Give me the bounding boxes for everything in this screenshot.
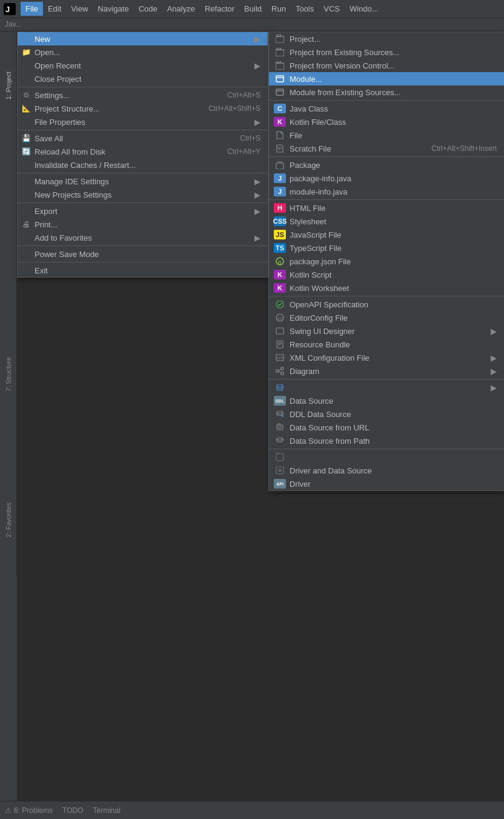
resource-bundle-icon bbox=[274, 339, 286, 349]
kotlin-class-icon: K bbox=[274, 117, 286, 127]
svg-rect-25 bbox=[281, 367, 284, 370]
menu-run[interactable]: Run bbox=[267, 2, 291, 16]
menu-item-open[interactable]: 📁 Open... bbox=[18, 45, 268, 59]
http-request-icon: API bbox=[274, 479, 286, 489]
menu-item-close-project[interactable]: Close Project bbox=[18, 72, 268, 85]
submenu-item-driver-datasource[interactable] bbox=[269, 450, 504, 464]
svg-rect-4 bbox=[276, 50, 284, 56]
menu-file[interactable]: File bbox=[21, 2, 43, 16]
submenu-item-js[interactable]: JS JavaScript File bbox=[269, 228, 504, 241]
package-info-icon: J bbox=[274, 173, 286, 183]
submenu-item-http-request[interactable]: API Driver bbox=[269, 477, 504, 490]
submenu-item-java-class[interactable]: C Java Class bbox=[269, 102, 504, 115]
menu-refactor[interactable]: Refactor bbox=[200, 2, 239, 16]
menu-item-export[interactable]: Export ▶ bbox=[18, 204, 268, 218]
submenu-item-diagram[interactable]: Diagram ▶ bbox=[269, 364, 504, 378]
submenu-item-data-source[interactable]: ▶ bbox=[269, 381, 504, 394]
submenu-item-module-existing[interactable]: Module from Existing Sources... bbox=[269, 85, 504, 99]
close-project-icon bbox=[21, 74, 31, 84]
menu-item-print[interactable]: 🖨 Print... bbox=[18, 218, 268, 231]
menu-item-invalidate[interactable]: Invalidate Caches / Restart... bbox=[18, 158, 268, 172]
menu-code[interactable]: Code bbox=[134, 2, 162, 16]
menu-item-project-structure[interactable]: 📐 Project Structure... Ctrl+Alt+Shift+S bbox=[18, 102, 268, 115]
status-todo[interactable]: TODO bbox=[62, 806, 83, 815]
swing-icon bbox=[274, 326, 286, 336]
submenu-item-module[interactable]: Module... bbox=[269, 72, 504, 85]
sep4 bbox=[18, 202, 268, 203]
submenu-item-kotlin-class[interactable]: K Kotlin File/Class bbox=[269, 115, 504, 129]
submenu-item-ds-from-path[interactable]: Data Source from URL bbox=[269, 421, 504, 434]
svg-rect-7 bbox=[277, 61, 280, 63]
submenu-sep2 bbox=[269, 156, 504, 157]
sidebar-tab-structure[interactable]: 7: Structure bbox=[2, 353, 15, 395]
project-existing-icon bbox=[274, 47, 286, 57]
settings-shortcut: Ctrl+Alt+S bbox=[227, 91, 260, 99]
menu-tools[interactable]: Tools bbox=[291, 2, 319, 16]
submenu-item-editorconfig[interactable]: EC EditorConfig File bbox=[269, 311, 504, 324]
sidebar-tab-favorites[interactable]: 2: Favorites bbox=[2, 499, 15, 541]
submenu-item-ts[interactable]: TS TypeScript File bbox=[269, 241, 504, 255]
menu-item-manage-ide[interactable]: Manage IDE Settings ▶ bbox=[18, 175, 268, 188]
menu-view[interactable]: View bbox=[66, 2, 93, 16]
menu-item-exit[interactable]: Exit bbox=[18, 264, 268, 277]
menu-item-save-all[interactable]: 💾 Save All Ctrl+S bbox=[18, 132, 268, 145]
sidebar-tab-project[interactable]: 1: Project bbox=[2, 68, 15, 103]
driver-icon bbox=[274, 466, 286, 475]
menu-analyze[interactable]: Analyze bbox=[162, 2, 200, 16]
menu-item-file-properties[interactable]: File Properties ▶ bbox=[18, 115, 268, 129]
menu-build[interactable]: Build bbox=[239, 2, 267, 16]
open-recent-arrow: ▶ bbox=[254, 61, 260, 70]
submenu-item-xml-config[interactable]: </> XML Configuration File ▶ bbox=[269, 351, 504, 364]
menu-vcs[interactable]: VCS bbox=[319, 2, 345, 16]
new-arrow: ▶ bbox=[254, 35, 260, 44]
submenu-item-packagejson[interactable]: {} package.json File bbox=[269, 255, 504, 268]
menu-edit[interactable]: Edit bbox=[43, 2, 66, 16]
main-area: New ▶ 📁 Open... Open Recent ▶ Close Proj… bbox=[17, 32, 504, 801]
submenu-item-file[interactable]: File bbox=[269, 129, 504, 142]
submenu-item-module-info[interactable]: J module-info.java bbox=[269, 185, 504, 198]
package-icon bbox=[274, 160, 286, 170]
menu-item-new-projects[interactable]: New Projects Settings ▶ bbox=[18, 188, 268, 201]
submenu-item-css[interactable]: CSS Stylesheet bbox=[269, 215, 504, 228]
submenu-item-scratch[interactable]: Scratch File Ctrl+Alt+Shift+Insert bbox=[269, 142, 504, 155]
submenu-item-project-vcs[interactable]: Project from Version Control... bbox=[269, 59, 504, 72]
svg-rect-2 bbox=[276, 36, 284, 43]
status-terminal[interactable]: Terminal bbox=[93, 806, 120, 815]
ddl-icon: DDL bbox=[274, 396, 286, 406]
submenu-item-package[interactable]: Package bbox=[269, 158, 504, 172]
submenu-item-ds-in-path[interactable]: Data Source from Path bbox=[269, 434, 504, 447]
submenu-item-kotlin-script[interactable]: K Kotlin Script bbox=[269, 268, 504, 281]
menu-item-add-favorites[interactable]: Add to Favorites ▶ bbox=[18, 231, 268, 244]
menu-item-power-save[interactable]: Power Save Mode bbox=[18, 247, 268, 261]
add-favorites-arrow: ▶ bbox=[254, 233, 260, 242]
submenu-sep5 bbox=[269, 379, 504, 379]
submenu-item-project[interactable]: Project... bbox=[269, 32, 504, 45]
submenu-item-openapi[interactable]: OpenAPI Specification bbox=[269, 298, 504, 311]
submenu-item-project-existing[interactable]: Project from Existing Sources... bbox=[269, 45, 504, 59]
submenu-item-ds-from-url[interactable]: DDL Data Source bbox=[269, 407, 504, 421]
submenu-item-ddl-data-source[interactable]: DDL Data Source bbox=[269, 394, 504, 407]
data-source-arrow: ▶ bbox=[491, 383, 497, 392]
ds-from-path-icon bbox=[274, 423, 286, 432]
menu-item-new[interactable]: New ▶ bbox=[18, 32, 268, 45]
submenu-item-html[interactable]: H HTML File bbox=[269, 201, 504, 215]
svg-text:J: J bbox=[5, 5, 10, 14]
submenu-item-resource-bundle[interactable]: Resource Bundle bbox=[269, 338, 504, 351]
svg-rect-26 bbox=[281, 372, 284, 375]
menu-window[interactable]: Windo... bbox=[345, 2, 383, 16]
svg-line-28 bbox=[279, 371, 281, 373]
menu-navigate[interactable]: Navigate bbox=[93, 2, 133, 16]
svg-rect-19 bbox=[277, 341, 283, 348]
submenu-item-driver[interactable]: Driver and Data Source bbox=[269, 464, 504, 477]
status-bar: ⚠ 6: Problems TODO Terminal bbox=[0, 801, 504, 819]
menu-item-reload[interactable]: 🔄 Reload All from Disk Ctrl+Alt+Y bbox=[18, 145, 268, 158]
submenu-item-kotlin-worksheet[interactable]: K Kotlin Worksheet bbox=[269, 281, 504, 295]
save-icon: 💾 bbox=[21, 133, 31, 143]
menu-item-settings[interactable]: ⚙ Settings... Ctrl+Alt+S bbox=[18, 89, 268, 102]
data-source-icon bbox=[274, 383, 286, 392]
openapi-icon bbox=[274, 299, 286, 309]
submenu-item-package-info[interactable]: J package-info.java bbox=[269, 172, 504, 185]
status-problems[interactable]: ⚠ 6: Problems bbox=[5, 806, 53, 815]
submenu-item-swing[interactable]: Swing UI Designer ▶ bbox=[269, 324, 504, 338]
menu-item-open-recent[interactable]: Open Recent ▶ bbox=[18, 59, 268, 72]
